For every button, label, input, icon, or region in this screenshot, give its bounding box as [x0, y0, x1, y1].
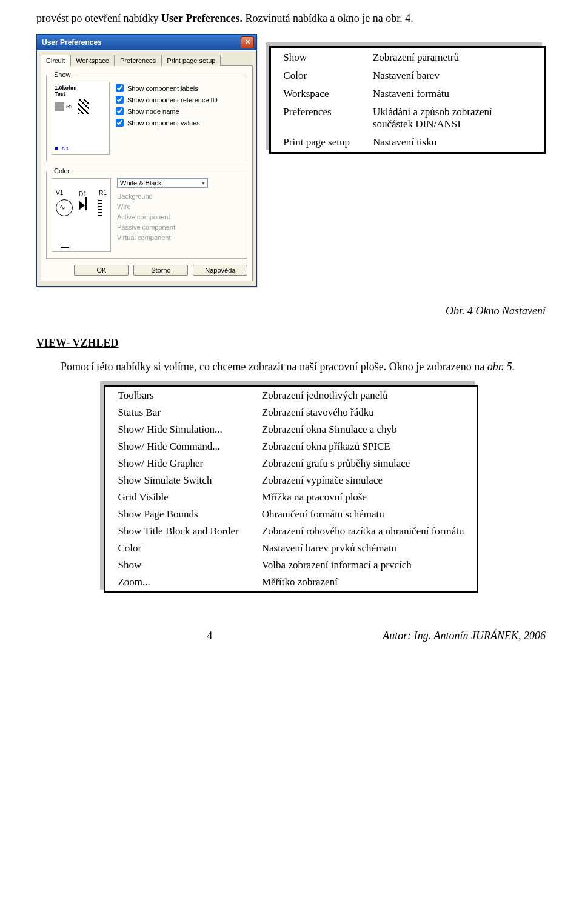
author-label: Autor: Ing. Antonín JURÁNEK, 2006 — [383, 630, 546, 642]
big-val-11: Měřítko zobrazení — [251, 574, 475, 590]
big-key-1: Status Bar — [107, 405, 249, 420]
check-show-refid[interactable]: Show component reference ID — [116, 96, 218, 104]
table-row: ToolbarsZobrazení jednotlivých panelů — [107, 388, 475, 404]
desc-val-3: Ukládání a způsob zobrazení součástek DI… — [362, 104, 543, 133]
table-row: ColorNastavení barev — [272, 67, 543, 84]
desc-val-4: Nastavení tisku — [362, 134, 543, 151]
schem-r1-label: R1 — [99, 190, 107, 196]
ok-button[interactable]: OK — [74, 265, 129, 276]
big-key-2: Show/ Hide Simulation... — [107, 422, 249, 437]
table-row: ShowZobrazení parametrů — [272, 49, 543, 66]
table-row: Show/ Hide Simulation...Zobrazení okna S… — [107, 422, 475, 437]
resistor-symbol-icon — [98, 199, 102, 216]
chevron-down-icon: ▾ — [202, 180, 205, 186]
big-key-0: Toolbars — [107, 388, 249, 404]
big-val-8: Zobrazení rohového razítka a ohraničení … — [251, 523, 475, 539]
help-button[interactable]: Nápověda — [193, 265, 247, 276]
color-property-list: Background Wire Active component Passive… — [117, 193, 242, 241]
big-key-5: Show Simulate Switch — [107, 473, 249, 488]
close-icon[interactable]: ✕ — [241, 36, 254, 48]
table-row: Print page setupNastavení tisku — [272, 134, 543, 151]
table-row: Show Simulate SwitchZobrazení vypínače s… — [107, 473, 475, 488]
table-row: Show/ Hide Command...Zobrazení okna přík… — [107, 439, 475, 454]
desc-key-1: Color — [272, 67, 361, 84]
check-show-values[interactable]: Show component values — [116, 119, 218, 127]
big-key-11: Zoom... — [107, 574, 249, 590]
big-key-6: Grid Visible — [107, 490, 249, 505]
big-val-4: Zobrazení grafu s průběhy simulace — [251, 456, 475, 471]
sine-icon: ∿ — [59, 203, 65, 211]
intro-tail: Rozvinutá nabídka a okno je na obr. 4. — [245, 12, 413, 24]
big-val-5: Zobrazení vypínače simulace — [251, 473, 475, 488]
table-row: ShowVolba zobrazení informací a prvcích — [107, 557, 475, 573]
table-row: Show Title Block and BorderZobrazení roh… — [107, 523, 475, 539]
table-row: PreferencesUkládání a způsob zobrazení s… — [272, 104, 543, 133]
big-key-4: Show/ Hide Grapher — [107, 456, 249, 471]
big-val-0: Zobrazení jednotlivých panelů — [251, 388, 475, 404]
table-row: Grid VisibleMřížka na pracovní ploše — [107, 490, 475, 505]
gray-item-0: Background — [117, 193, 242, 200]
checkbox-labels[interactable] — [116, 84, 124, 92]
tab-description-table: ShowZobrazení parametrů ColorNastavení b… — [269, 46, 546, 154]
checkbox-node[interactable] — [116, 107, 124, 115]
desc-key-4: Print page setup — [272, 134, 361, 151]
check-show-node[interactable]: Show node name — [116, 107, 218, 115]
table-row: Status BarZobrazení stavového řádku — [107, 405, 475, 420]
view-body-italic: obr. 5. — [487, 361, 515, 373]
gray-item-4: Virtual component — [117, 234, 242, 241]
dialog-tabs: Circuit Workspace Preferences Print page… — [41, 55, 253, 66]
show-legend: Show — [52, 71, 73, 78]
checkbox-refid[interactable] — [116, 96, 124, 104]
big-val-9: Nastavení barev prvků schématu — [251, 540, 475, 556]
big-val-7: Ohraničení formátu schématu — [251, 507, 475, 522]
user-preferences-dialog: User Preferences ✕ Circuit Workspace Pre… — [36, 34, 257, 287]
schem-v1-label: V1 — [56, 190, 63, 196]
intro-bold: User Preferences. — [161, 12, 242, 24]
desc-val-2: Nastavení formátu — [362, 85, 543, 102]
ground-icon — [61, 247, 69, 248]
view-body-lead: Pomocí této nabídky si volíme, co chceme… — [61, 361, 487, 373]
preview-value-2: Test — [55, 91, 107, 97]
color-preview: V1 ∿ D1 R1 — [52, 178, 111, 252]
desc-key-2: Workspace — [272, 85, 361, 102]
big-key-8: Show Title Block and Border — [107, 523, 249, 539]
big-key-10: Show — [107, 557, 249, 573]
resistor-icon — [78, 99, 89, 114]
big-val-2: Zobrazení okna Simulace a chyb — [251, 422, 475, 437]
big-val-1: Zobrazení stavového řádku — [251, 405, 475, 420]
tab-preferences[interactable]: Preferences — [115, 55, 161, 66]
diode-bar-icon — [85, 197, 87, 210]
tab-circuit[interactable]: Circuit — [41, 55, 70, 66]
dialog-titlebar[interactable]: User Preferences ✕ — [37, 35, 256, 50]
big-key-3: Show/ Hide Command... — [107, 439, 249, 454]
big-val-10: Volba zobrazení informací a prvcích — [251, 557, 475, 573]
cancel-button[interactable]: Storno — [133, 265, 188, 276]
gray-item-1: Wire — [117, 203, 242, 210]
preview-n1: N1 — [62, 145, 69, 151]
dialog-title: User Preferences — [42, 38, 102, 47]
checkbox-values[interactable] — [116, 119, 124, 127]
show-preview: 1.0kohm Test R1 — [52, 82, 110, 155]
table-row: Show/ Hide GrapherZobrazení grafu s průb… — [107, 456, 475, 471]
figure-caption: Obr. 4 Okno Nastavení — [446, 305, 546, 317]
table-row: Zoom...Měřítko zobrazení — [107, 574, 475, 590]
page-number: 4 — [207, 630, 212, 642]
desc-val-1: Nastavení barev — [362, 67, 543, 84]
intro-paragraph: provést po otevření nabídky User Prefere… — [36, 11, 546, 25]
color-legend: Color — [52, 167, 72, 174]
view-menu-table: ToolbarsZobrazení jednotlivých panelůSta… — [104, 385, 478, 593]
check-label-0: Show component labels — [127, 85, 198, 92]
page-footer: 4 Autor: Ing. Antonín JURÁNEK, 2006 — [36, 630, 546, 642]
view-heading: VIEW- VZHLED — [36, 337, 119, 349]
tab-print-page[interactable]: Print page setup — [161, 55, 221, 66]
check-label-3: Show component values — [127, 119, 200, 127]
table-row: WorkspaceNastavení formátu — [272, 85, 543, 102]
color-group: Color V1 ∿ D1 R1 — [46, 167, 247, 259]
tab-workspace[interactable]: Workspace — [70, 55, 115, 66]
table-row: ColorNastavení barev prvků schématu — [107, 540, 475, 556]
table-row: Show Page BoundsOhraničení formátu schém… — [107, 507, 475, 522]
big-val-6: Mřížka na pracovní ploše — [251, 490, 475, 505]
check-show-labels[interactable]: Show component labels — [116, 84, 218, 92]
color-select[interactable]: White & Black ▾ — [117, 178, 208, 188]
color-value: White & Black — [120, 179, 161, 187]
